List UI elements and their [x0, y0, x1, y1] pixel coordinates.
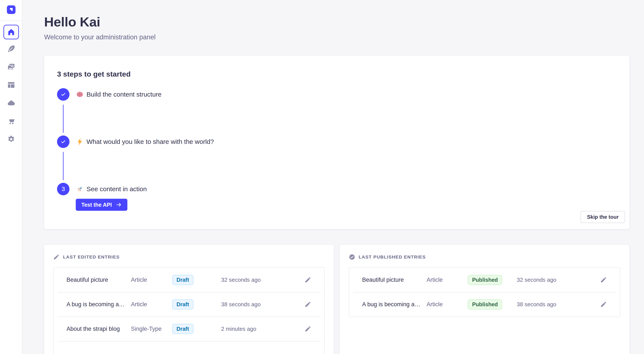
- edit-entry-button[interactable]: [302, 322, 314, 335]
- rocket-emoji-icon: [76, 185, 84, 193]
- layout-icon: [7, 81, 16, 89]
- sidebar-item-content-manager[interactable]: [4, 41, 19, 56]
- onboarding-tour-card: 3 steps to get started Build the con: [44, 56, 629, 229]
- entry-type: Article: [427, 277, 468, 283]
- sidebar-divider: [0, 21, 22, 21]
- cloud-icon: [7, 99, 16, 107]
- pencil-icon: [304, 301, 311, 308]
- step-connector: [63, 104, 64, 133]
- test-api-label: Test the API: [81, 202, 112, 208]
- edit-entry-button[interactable]: [597, 273, 610, 286]
- pencil-icon: [304, 276, 311, 283]
- entry-title: About the strapi blog: [66, 326, 131, 332]
- sidebar-item-marketplace[interactable]: [4, 114, 19, 128]
- step-1-label: Build the content structure: [86, 91, 162, 98]
- strapi-logo[interactable]: [7, 5, 16, 14]
- pencil-icon: [304, 326, 311, 332]
- last-published-title: LAST PUBLISHED ENTRIES: [359, 254, 426, 260]
- edit-entry-button[interactable]: [597, 298, 610, 311]
- edit-entry-button[interactable]: [302, 298, 314, 311]
- pencil-icon: [53, 254, 60, 260]
- edit-entry-button[interactable]: [302, 273, 314, 286]
- step-connector: [63, 152, 64, 180]
- entry-title: Beautiful picture: [362, 277, 427, 283]
- step-2-label: What would you like to share with the wo…: [86, 138, 214, 145]
- last-edited-title: LAST EDITED ENTRIES: [63, 254, 120, 260]
- lightning-emoji-icon: [76, 138, 84, 146]
- status-badge: Draft: [172, 275, 193, 285]
- feather-icon: [7, 44, 16, 53]
- entry-title: Beautiful picture: [66, 277, 131, 283]
- last-published-panel: LAST PUBLISHED ENTRIES Beautiful picture…: [340, 245, 629, 354]
- tour-step-3: 3 See content in acti: [57, 183, 616, 211]
- step-1-check-circle: [57, 88, 70, 101]
- cart-icon: [7, 117, 16, 125]
- status-badge: Published: [468, 275, 502, 285]
- page-subtitle: Welcome to your administration panel: [44, 33, 156, 41]
- tour-title: 3 steps to get started: [57, 70, 616, 78]
- sidebar-item-home[interactable]: [4, 25, 19, 39]
- entry-time: 32 seconds ago: [517, 277, 586, 283]
- check-icon: [60, 92, 66, 97]
- entry-time: 32 seconds ago: [221, 277, 291, 283]
- status-badge: Published: [468, 299, 502, 310]
- entry-title: A bug is becoming a…: [66, 301, 131, 308]
- pencil-icon: [600, 276, 607, 283]
- pictures-icon: [7, 63, 16, 71]
- status-badge: Draft: [172, 324, 193, 334]
- table-row[interactable]: About the strapi blog Single-Type Draft …: [54, 317, 324, 341]
- step-3-label: See content in action: [86, 185, 147, 193]
- tour-step-1: Build the content structure: [57, 88, 616, 135]
- table-row-clipped: [54, 341, 324, 354]
- step-2-check-circle: [57, 135, 70, 148]
- step-3-number: 3: [62, 186, 65, 192]
- last-edited-panel: LAST EDITED ENTRIES Beautiful picture Ar…: [44, 245, 334, 354]
- arrow-right-icon: [116, 202, 122, 208]
- table-row[interactable]: Beautiful picture Article Published 32 s…: [349, 268, 620, 292]
- table-row[interactable]: A bug is becoming a… Article Draft 38 se…: [54, 292, 324, 317]
- entries-panels: LAST EDITED ENTRIES Beautiful picture Ar…: [44, 245, 629, 354]
- sidebar: [0, 0, 22, 354]
- tour-steps: Build the content structure What w: [57, 88, 616, 211]
- sidebar-item-content-type-builder[interactable]: [4, 78, 19, 92]
- entry-time: 38 seconds ago: [221, 301, 291, 308]
- entry-time: 38 seconds ago: [517, 301, 586, 308]
- entry-title: A bug is becoming a…: [362, 301, 427, 308]
- entry-type: Article: [427, 301, 468, 308]
- last-published-header: LAST PUBLISHED ENTRIES: [349, 254, 620, 260]
- last-edited-header: LAST EDITED ENTRIES: [53, 254, 325, 260]
- strapi-logo-icon: [7, 5, 16, 14]
- gear-icon: [7, 135, 16, 143]
- table-row[interactable]: A bug is becoming a… Article Published 3…: [349, 292, 620, 317]
- last-published-table: Beautiful picture Article Published 32 s…: [349, 267, 620, 317]
- page-title: Hello Kai: [44, 14, 156, 29]
- check-icon: [60, 139, 66, 145]
- skip-tour-button[interactable]: Skip the tour: [580, 211, 625, 223]
- entry-type: Article: [131, 277, 172, 283]
- status-badge: Draft: [172, 299, 193, 310]
- last-edited-table: Beautiful picture Article Draft 32 secon…: [53, 267, 325, 354]
- sidebar-item-settings[interactable]: [4, 132, 19, 146]
- home-icon: [7, 28, 15, 36]
- brain-emoji-icon: [76, 90, 84, 98]
- test-api-button[interactable]: Test the API: [76, 199, 128, 211]
- step-3-number-circle: 3: [57, 183, 70, 195]
- entry-time: 2 minutes ago: [221, 326, 291, 332]
- entry-type: Article: [131, 301, 172, 308]
- tour-step-2: What would you like to share with the wo…: [57, 135, 616, 183]
- sidebar-item-deploy[interactable]: [4, 96, 19, 110]
- pencil-icon: [600, 301, 607, 308]
- check-circle-icon: [349, 254, 355, 260]
- table-row[interactable]: Beautiful picture Article Draft 32 secon…: [54, 268, 324, 292]
- entry-type: Single-Type: [131, 326, 172, 332]
- page-header: Hello Kai Welcome to your administration…: [44, 14, 156, 41]
- sidebar-item-media-library[interactable]: [4, 59, 19, 74]
